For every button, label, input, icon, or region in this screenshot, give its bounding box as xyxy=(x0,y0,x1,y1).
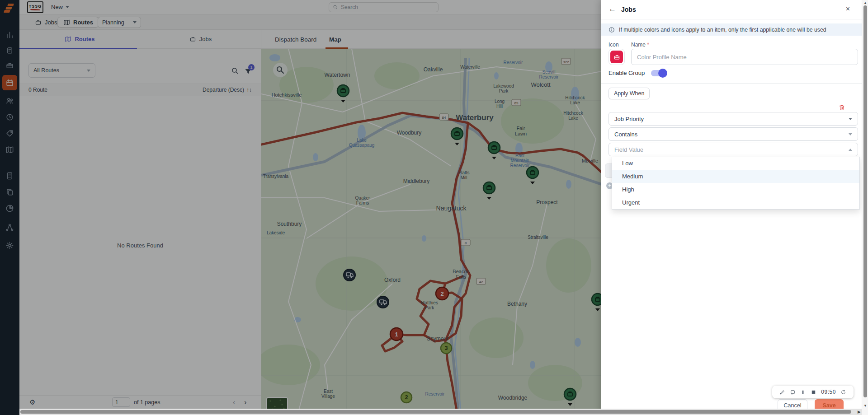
info-icon xyxy=(609,27,615,33)
apply-when-button[interactable]: Apply When xyxy=(609,88,650,99)
pause-icon[interactable] xyxy=(800,389,806,395)
chevron-up-icon xyxy=(849,149,852,151)
icon-picker-button[interactable] xyxy=(609,49,625,65)
divider xyxy=(601,83,862,84)
horizontal-scrollbar[interactable]: ▶ xyxy=(19,409,862,415)
back-arrow-icon[interactable]: ← xyxy=(609,5,616,14)
app-window: TSSG New Search Jobs Routes Planning xyxy=(0,0,868,415)
drawer-title: Jobs xyxy=(621,6,636,13)
dropdown-option-medium[interactable]: Medium xyxy=(612,170,859,183)
chevron-down-icon xyxy=(849,118,852,120)
value-options-dropdown: Low Medium High Urgent xyxy=(612,157,860,210)
scroll-up-arrow[interactable]: ▲ xyxy=(863,1,867,5)
color-profile-drawer: ← Jobs × If multiple colors and icons ap… xyxy=(601,0,862,415)
note-icon[interactable] xyxy=(790,389,796,395)
condition-field-value: Job Priority xyxy=(614,116,644,122)
condition-field-select[interactable]: Job Priority xyxy=(609,112,858,126)
condition-operator-select[interactable]: Contains xyxy=(609,127,858,141)
required-asterisk: * xyxy=(647,42,649,48)
stop-icon[interactable] xyxy=(811,389,816,395)
delete-condition-trash-icon[interactable] xyxy=(838,104,845,111)
condition-operator-value: Contains xyxy=(614,131,637,138)
condition-value-select[interactable]: Field Value xyxy=(609,143,858,156)
profile-name-input[interactable] xyxy=(631,49,858,65)
scroll-down-arrow[interactable]: ▼ xyxy=(863,404,867,408)
scroll-right-arrow[interactable]: ▶ xyxy=(858,410,861,414)
vertical-scrollbar[interactable]: ▲ ▼ xyxy=(862,0,868,415)
drawer-header: ← Jobs × xyxy=(601,0,862,19)
close-icon[interactable]: × xyxy=(846,5,850,13)
refresh-icon[interactable] xyxy=(840,389,846,395)
horizontal-scroll-thumb[interactable] xyxy=(20,410,851,414)
selected-color-icon xyxy=(610,51,623,63)
name-field-label: Name * xyxy=(631,42,649,48)
obscured-panel-fragment xyxy=(605,163,612,178)
modal-backdrop[interactable] xyxy=(0,0,601,415)
dropdown-option-high[interactable]: High xyxy=(612,183,859,196)
toggle-knob xyxy=(658,69,667,78)
info-banner: If multiple colors and icons apply to an… xyxy=(601,23,862,36)
playback-time: 09:50 xyxy=(821,389,836,395)
enable-group-row: Enable Group xyxy=(609,70,666,76)
vertical-scroll-thumb[interactable] xyxy=(863,5,867,397)
info-banner-text: If multiple colors and icons apply to an… xyxy=(619,27,826,33)
dropdown-option-urgent[interactable]: Urgent xyxy=(612,196,859,209)
icon-field-label: Icon xyxy=(609,42,619,48)
dropdown-option-low[interactable]: Low xyxy=(612,157,859,170)
condition-value-placeholder: Field Value xyxy=(614,146,643,153)
map-playback-toolbar: 09:50 xyxy=(772,386,854,398)
chevron-down-icon xyxy=(849,133,852,135)
briefcase-icon xyxy=(613,54,620,61)
enable-group-toggle[interactable] xyxy=(651,70,666,76)
pen-icon[interactable] xyxy=(779,389,785,395)
enable-group-label: Enable Group xyxy=(609,70,645,76)
